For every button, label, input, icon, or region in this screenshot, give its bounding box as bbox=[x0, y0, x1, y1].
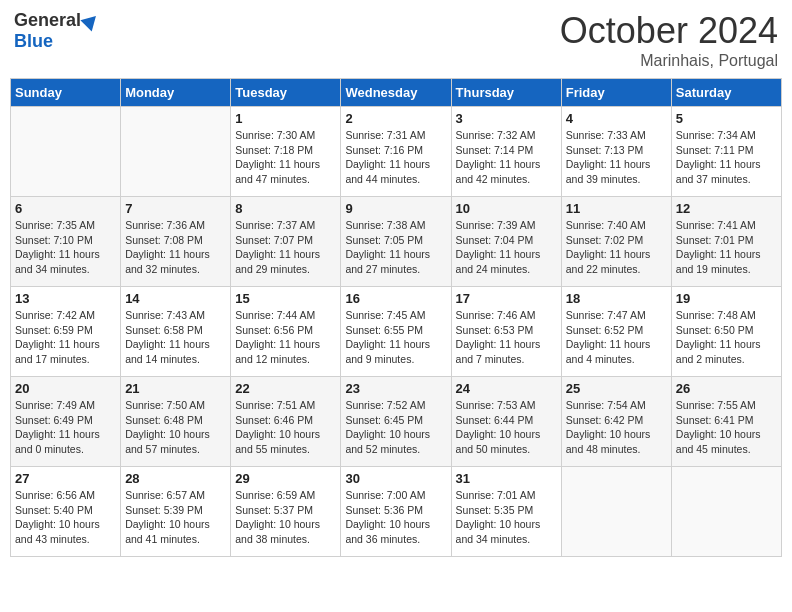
title-area: October 2024 Marinhais, Portugal bbox=[560, 10, 778, 70]
calendar-cell: 28Sunrise: 6:57 AMSunset: 5:39 PMDayligh… bbox=[121, 467, 231, 557]
calendar-cell: 4Sunrise: 7:33 AMSunset: 7:13 PMDaylight… bbox=[561, 107, 671, 197]
calendar-cell: 17Sunrise: 7:46 AMSunset: 6:53 PMDayligh… bbox=[451, 287, 561, 377]
calendar-cell bbox=[561, 467, 671, 557]
day-number: 17 bbox=[456, 291, 557, 306]
calendar-cell: 29Sunrise: 6:59 AMSunset: 5:37 PMDayligh… bbox=[231, 467, 341, 557]
day-number: 8 bbox=[235, 201, 336, 216]
day-number: 12 bbox=[676, 201, 777, 216]
day-number: 24 bbox=[456, 381, 557, 396]
day-number: 22 bbox=[235, 381, 336, 396]
calendar-week-3: 13Sunrise: 7:42 AMSunset: 6:59 PMDayligh… bbox=[11, 287, 782, 377]
calendar-cell: 23Sunrise: 7:52 AMSunset: 6:45 PMDayligh… bbox=[341, 377, 451, 467]
calendar-cell: 1Sunrise: 7:30 AMSunset: 7:18 PMDaylight… bbox=[231, 107, 341, 197]
calendar-cell: 9Sunrise: 7:38 AMSunset: 7:05 PMDaylight… bbox=[341, 197, 451, 287]
day-info: Sunrise: 7:46 AMSunset: 6:53 PMDaylight:… bbox=[456, 308, 557, 367]
day-info: Sunrise: 6:57 AMSunset: 5:39 PMDaylight:… bbox=[125, 488, 226, 547]
day-number: 21 bbox=[125, 381, 226, 396]
day-number: 27 bbox=[15, 471, 116, 486]
page-header: General Blue October 2024 Marinhais, Por… bbox=[10, 10, 782, 70]
weekday-header-friday: Friday bbox=[561, 79, 671, 107]
calendar-cell: 3Sunrise: 7:32 AMSunset: 7:14 PMDaylight… bbox=[451, 107, 561, 197]
day-number: 30 bbox=[345, 471, 446, 486]
month-title: October 2024 bbox=[560, 10, 778, 52]
calendar-table: SundayMondayTuesdayWednesdayThursdayFrid… bbox=[10, 78, 782, 557]
calendar-cell: 26Sunrise: 7:55 AMSunset: 6:41 PMDayligh… bbox=[671, 377, 781, 467]
day-info: Sunrise: 7:40 AMSunset: 7:02 PMDaylight:… bbox=[566, 218, 667, 277]
day-info: Sunrise: 7:48 AMSunset: 6:50 PMDaylight:… bbox=[676, 308, 777, 367]
day-number: 4 bbox=[566, 111, 667, 126]
calendar-week-1: 1Sunrise: 7:30 AMSunset: 7:18 PMDaylight… bbox=[11, 107, 782, 197]
calendar-cell bbox=[121, 107, 231, 197]
weekday-header-thursday: Thursday bbox=[451, 79, 561, 107]
location-text: Marinhais, Portugal bbox=[560, 52, 778, 70]
calendar-cell: 6Sunrise: 7:35 AMSunset: 7:10 PMDaylight… bbox=[11, 197, 121, 287]
day-info: Sunrise: 7:34 AMSunset: 7:11 PMDaylight:… bbox=[676, 128, 777, 187]
day-info: Sunrise: 7:37 AMSunset: 7:07 PMDaylight:… bbox=[235, 218, 336, 277]
day-number: 14 bbox=[125, 291, 226, 306]
day-info: Sunrise: 7:30 AMSunset: 7:18 PMDaylight:… bbox=[235, 128, 336, 187]
calendar-cell bbox=[671, 467, 781, 557]
day-number: 1 bbox=[235, 111, 336, 126]
day-info: Sunrise: 7:54 AMSunset: 6:42 PMDaylight:… bbox=[566, 398, 667, 457]
day-info: Sunrise: 7:49 AMSunset: 6:49 PMDaylight:… bbox=[15, 398, 116, 457]
day-info: Sunrise: 7:36 AMSunset: 7:08 PMDaylight:… bbox=[125, 218, 226, 277]
day-number: 7 bbox=[125, 201, 226, 216]
calendar-cell: 21Sunrise: 7:50 AMSunset: 6:48 PMDayligh… bbox=[121, 377, 231, 467]
day-info: Sunrise: 7:55 AMSunset: 6:41 PMDaylight:… bbox=[676, 398, 777, 457]
weekday-header-saturday: Saturday bbox=[671, 79, 781, 107]
day-number: 10 bbox=[456, 201, 557, 216]
day-info: Sunrise: 7:38 AMSunset: 7:05 PMDaylight:… bbox=[345, 218, 446, 277]
calendar-cell: 15Sunrise: 7:44 AMSunset: 6:56 PMDayligh… bbox=[231, 287, 341, 377]
day-info: Sunrise: 7:00 AMSunset: 5:36 PMDaylight:… bbox=[345, 488, 446, 547]
calendar-cell: 13Sunrise: 7:42 AMSunset: 6:59 PMDayligh… bbox=[11, 287, 121, 377]
day-info: Sunrise: 6:56 AMSunset: 5:40 PMDaylight:… bbox=[15, 488, 116, 547]
day-number: 28 bbox=[125, 471, 226, 486]
logo-triangle-icon bbox=[80, 10, 101, 31]
day-info: Sunrise: 7:39 AMSunset: 7:04 PMDaylight:… bbox=[456, 218, 557, 277]
calendar-week-4: 20Sunrise: 7:49 AMSunset: 6:49 PMDayligh… bbox=[11, 377, 782, 467]
day-info: Sunrise: 7:01 AMSunset: 5:35 PMDaylight:… bbox=[456, 488, 557, 547]
day-info: Sunrise: 7:53 AMSunset: 6:44 PMDaylight:… bbox=[456, 398, 557, 457]
weekday-header-row: SundayMondayTuesdayWednesdayThursdayFrid… bbox=[11, 79, 782, 107]
calendar-cell: 14Sunrise: 7:43 AMSunset: 6:58 PMDayligh… bbox=[121, 287, 231, 377]
calendar-week-2: 6Sunrise: 7:35 AMSunset: 7:10 PMDaylight… bbox=[11, 197, 782, 287]
day-number: 26 bbox=[676, 381, 777, 396]
day-number: 16 bbox=[345, 291, 446, 306]
day-info: Sunrise: 7:44 AMSunset: 6:56 PMDaylight:… bbox=[235, 308, 336, 367]
day-info: Sunrise: 7:31 AMSunset: 7:16 PMDaylight:… bbox=[345, 128, 446, 187]
calendar-cell: 2Sunrise: 7:31 AMSunset: 7:16 PMDaylight… bbox=[341, 107, 451, 197]
day-info: Sunrise: 7:42 AMSunset: 6:59 PMDaylight:… bbox=[15, 308, 116, 367]
day-number: 3 bbox=[456, 111, 557, 126]
day-info: Sunrise: 7:51 AMSunset: 6:46 PMDaylight:… bbox=[235, 398, 336, 457]
weekday-header-wednesday: Wednesday bbox=[341, 79, 451, 107]
calendar-cell: 7Sunrise: 7:36 AMSunset: 7:08 PMDaylight… bbox=[121, 197, 231, 287]
calendar-cell: 12Sunrise: 7:41 AMSunset: 7:01 PMDayligh… bbox=[671, 197, 781, 287]
calendar-cell: 8Sunrise: 7:37 AMSunset: 7:07 PMDaylight… bbox=[231, 197, 341, 287]
calendar-week-5: 27Sunrise: 6:56 AMSunset: 5:40 PMDayligh… bbox=[11, 467, 782, 557]
day-number: 25 bbox=[566, 381, 667, 396]
day-number: 19 bbox=[676, 291, 777, 306]
day-info: Sunrise: 7:50 AMSunset: 6:48 PMDaylight:… bbox=[125, 398, 226, 457]
calendar-cell: 16Sunrise: 7:45 AMSunset: 6:55 PMDayligh… bbox=[341, 287, 451, 377]
day-number: 15 bbox=[235, 291, 336, 306]
calendar-cell: 30Sunrise: 7:00 AMSunset: 5:36 PMDayligh… bbox=[341, 467, 451, 557]
calendar-cell: 27Sunrise: 6:56 AMSunset: 5:40 PMDayligh… bbox=[11, 467, 121, 557]
day-info: Sunrise: 7:43 AMSunset: 6:58 PMDaylight:… bbox=[125, 308, 226, 367]
calendar-cell: 10Sunrise: 7:39 AMSunset: 7:04 PMDayligh… bbox=[451, 197, 561, 287]
day-number: 18 bbox=[566, 291, 667, 306]
calendar-cell: 19Sunrise: 7:48 AMSunset: 6:50 PMDayligh… bbox=[671, 287, 781, 377]
weekday-header-sunday: Sunday bbox=[11, 79, 121, 107]
weekday-header-monday: Monday bbox=[121, 79, 231, 107]
day-info: Sunrise: 7:41 AMSunset: 7:01 PMDaylight:… bbox=[676, 218, 777, 277]
calendar-cell: 24Sunrise: 7:53 AMSunset: 6:44 PMDayligh… bbox=[451, 377, 561, 467]
day-number: 13 bbox=[15, 291, 116, 306]
calendar-cell: 11Sunrise: 7:40 AMSunset: 7:02 PMDayligh… bbox=[561, 197, 671, 287]
day-info: Sunrise: 7:32 AMSunset: 7:14 PMDaylight:… bbox=[456, 128, 557, 187]
calendar-cell: 25Sunrise: 7:54 AMSunset: 6:42 PMDayligh… bbox=[561, 377, 671, 467]
calendar-cell: 18Sunrise: 7:47 AMSunset: 6:52 PMDayligh… bbox=[561, 287, 671, 377]
calendar-cell: 31Sunrise: 7:01 AMSunset: 5:35 PMDayligh… bbox=[451, 467, 561, 557]
calendar-cell bbox=[11, 107, 121, 197]
day-number: 20 bbox=[15, 381, 116, 396]
day-info: Sunrise: 7:33 AMSunset: 7:13 PMDaylight:… bbox=[566, 128, 667, 187]
calendar-cell: 22Sunrise: 7:51 AMSunset: 6:46 PMDayligh… bbox=[231, 377, 341, 467]
